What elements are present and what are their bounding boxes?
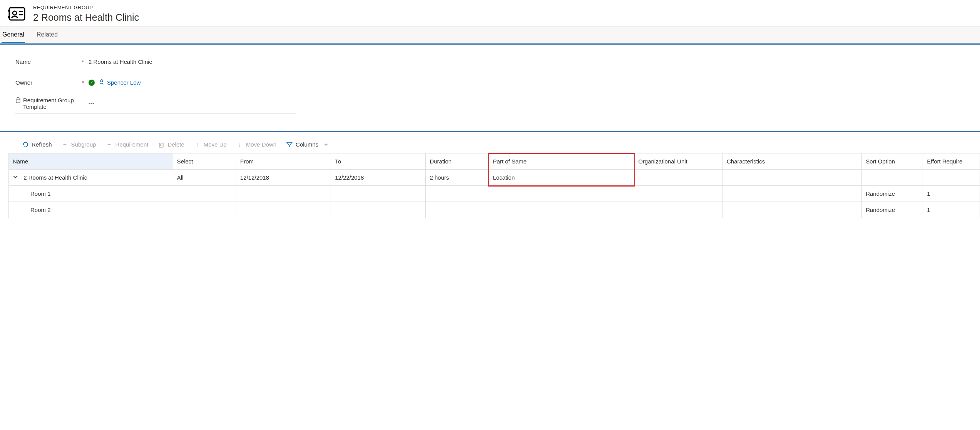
- chevron-down-icon[interactable]: [13, 174, 18, 181]
- person-icon: [99, 79, 105, 86]
- cell-from[interactable]: [236, 202, 331, 218]
- cell-to[interactable]: [331, 186, 426, 202]
- entity-icon: [8, 5, 26, 23]
- cell-select[interactable]: All: [173, 170, 236, 186]
- delete-label: Delete: [167, 141, 184, 148]
- form-section: Name * 2 Rooms at Health Clinic Owner * …: [0, 45, 304, 123]
- arrow-up-icon: ↑: [194, 142, 201, 148]
- owner-label: Owner: [15, 79, 32, 86]
- form-section-border: Name * 2 Rooms at Health Clinic Owner * …: [0, 43, 980, 123]
- plus-icon: ＋: [106, 142, 112, 148]
- cell-duration[interactable]: [426, 186, 489, 202]
- plus-icon: ＋: [62, 142, 68, 148]
- refresh-button[interactable]: Refresh: [22, 141, 52, 148]
- cell-part-of-same[interactable]: [489, 202, 634, 218]
- columns-label: Columns: [296, 141, 318, 148]
- cell-duration[interactable]: [426, 202, 489, 218]
- row-name-text: 2 Rooms at Health Clinic: [23, 174, 87, 181]
- subgroup-button[interactable]: ＋ Subgroup: [62, 141, 96, 148]
- tab-general[interactable]: General: [2, 27, 25, 43]
- svg-point-6: [100, 80, 103, 82]
- lock-icon: [15, 97, 21, 104]
- svg-rect-7: [16, 100, 20, 103]
- entity-type-label: REQUIREMENT GROUP: [33, 5, 139, 10]
- grid-section: Refresh ＋ Subgroup ＋ Requirement Delete …: [0, 131, 980, 218]
- cell-org-unit[interactable]: [634, 170, 723, 186]
- check-icon: ✓: [89, 80, 95, 86]
- field-owner: Owner * ✓ Spencer Low: [15, 72, 296, 93]
- cell-sort-option[interactable]: Randomize: [862, 186, 923, 202]
- cell-select[interactable]: [173, 202, 236, 218]
- cell-org-unit[interactable]: [634, 202, 723, 218]
- filter-icon: [286, 142, 293, 148]
- required-indicator: *: [82, 79, 84, 86]
- move-up-label: Move Up: [204, 141, 227, 148]
- cell-characteristics[interactable]: [722, 202, 861, 218]
- svg-rect-2: [8, 16, 10, 18]
- cell-to[interactable]: 12/22/2018: [331, 170, 426, 186]
- col-org-unit[interactable]: Organizational Unit: [634, 153, 723, 170]
- col-select[interactable]: Select: [173, 153, 236, 170]
- owner-value[interactable]: ✓ Spencer Low: [89, 79, 296, 86]
- grid-header-row: Name Select From To Duration Part of Sam…: [9, 153, 980, 170]
- owner-link[interactable]: Spencer Low: [107, 79, 141, 86]
- cell-name[interactable]: Room 2: [9, 202, 173, 218]
- cell-name[interactable]: 2 Rooms at Health Clinic: [9, 170, 173, 186]
- name-value[interactable]: 2 Rooms at Health Clinic: [89, 58, 296, 65]
- col-to[interactable]: To: [331, 153, 426, 170]
- move-down-label: Move Down: [246, 141, 276, 148]
- template-value: ---: [89, 100, 296, 107]
- grid-container: Name Select From To Duration Part of Sam…: [0, 153, 980, 218]
- tab-related[interactable]: Related: [36, 27, 59, 43]
- cell-from[interactable]: 12/12/2018: [236, 170, 331, 186]
- table-row[interactable]: Room 1 Randomize 1: [9, 186, 980, 202]
- col-name[interactable]: Name: [9, 153, 173, 170]
- col-sort-option[interactable]: Sort Option: [862, 153, 923, 170]
- cell-part-of-same[interactable]: Location: [489, 170, 634, 186]
- svg-point-3: [13, 11, 17, 15]
- cell-name[interactable]: Room 1: [9, 186, 173, 202]
- cell-select[interactable]: [173, 186, 236, 202]
- cell-sort-option[interactable]: Randomize: [862, 202, 923, 218]
- move-up-button[interactable]: ↑ Move Up: [194, 141, 227, 148]
- cell-org-unit[interactable]: [634, 186, 723, 202]
- columns-button[interactable]: Columns: [286, 141, 329, 148]
- grid-toolbar: Refresh ＋ Subgroup ＋ Requirement Delete …: [0, 141, 980, 153]
- cell-effort-required[interactable]: 1: [923, 202, 980, 218]
- cell-sort-option[interactable]: [862, 170, 923, 186]
- table-row[interactable]: Room 2 Randomize 1: [9, 202, 980, 218]
- page-title: 2 Rooms at Health Clinic: [33, 12, 139, 23]
- subgroup-label: Subgroup: [71, 141, 96, 148]
- requirement-button[interactable]: ＋ Requirement: [106, 141, 149, 148]
- col-effort-required[interactable]: Effort Require: [923, 153, 980, 170]
- cell-part-of-same[interactable]: [489, 186, 634, 202]
- page-header: REQUIREMENT GROUP 2 Rooms at Health Clin…: [0, 0, 980, 26]
- refresh-label: Refresh: [32, 141, 52, 148]
- table-row[interactable]: 2 Rooms at Health Clinic All 12/12/2018 …: [9, 170, 980, 186]
- cell-effort-required[interactable]: [923, 170, 980, 186]
- requirement-label: Requirement: [115, 141, 149, 148]
- col-part-of-same[interactable]: Part of Same: [489, 153, 634, 170]
- tabs-bar: General Related: [0, 26, 980, 43]
- requirements-grid: Name Select From To Duration Part of Sam…: [8, 153, 980, 218]
- refresh-icon: [22, 142, 28, 148]
- svg-rect-8: [159, 143, 163, 147]
- cell-to[interactable]: [331, 202, 426, 218]
- name-label: Name: [15, 58, 31, 65]
- field-name: Name * 2 Rooms at Health Clinic: [15, 52, 296, 72]
- arrow-down-icon: ↓: [237, 142, 243, 148]
- cell-characteristics[interactable]: [722, 170, 861, 186]
- col-characteristics[interactable]: Characteristics: [722, 153, 861, 170]
- cell-from[interactable]: [236, 186, 331, 202]
- move-down-button[interactable]: ↓ Move Down: [237, 141, 276, 148]
- col-from[interactable]: From: [236, 153, 331, 170]
- cell-effort-required[interactable]: 1: [923, 186, 980, 202]
- svg-rect-1: [8, 10, 10, 12]
- field-template: Requirement Group Template ---: [15, 93, 296, 114]
- required-indicator: *: [82, 58, 84, 65]
- trash-icon: [158, 142, 164, 148]
- col-duration[interactable]: Duration: [426, 153, 489, 170]
- cell-characteristics[interactable]: [722, 186, 861, 202]
- cell-duration[interactable]: 2 hours: [426, 170, 489, 186]
- delete-button[interactable]: Delete: [158, 141, 184, 148]
